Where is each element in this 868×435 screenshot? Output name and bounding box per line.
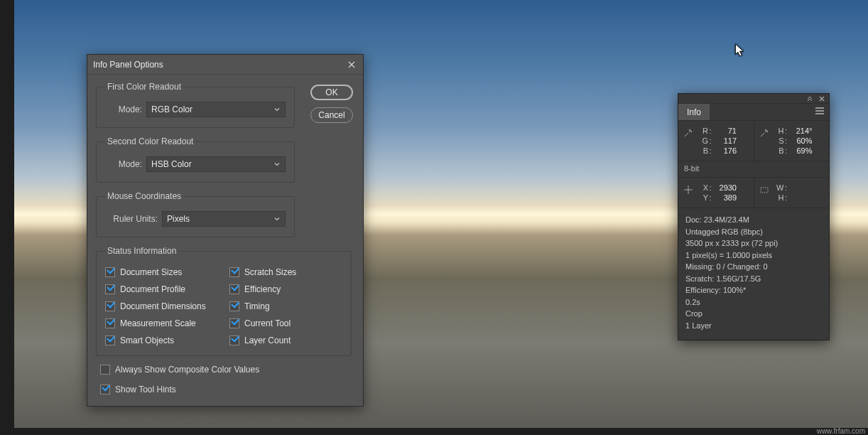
status-checkbox-row: Measurement Scale bbox=[105, 318, 218, 328]
panel-menu-icon[interactable] bbox=[810, 107, 829, 117]
checkbox-label: Document Sizes bbox=[120, 267, 182, 277]
checkbox-label: Current Tool bbox=[244, 318, 291, 328]
status-checkbox[interactable] bbox=[229, 301, 239, 311]
group-legend: Mouse Coordinates bbox=[105, 191, 183, 201]
checkbox-label: Show Tool Hints bbox=[115, 385, 176, 394]
status-checkbox[interactable] bbox=[229, 267, 239, 277]
watermark-text: www.frfam.com bbox=[817, 427, 865, 435]
first-color-readout-group: First Color Readout Mode: RGB Color bbox=[96, 82, 295, 128]
checkbox-label: Document Dimensions bbox=[120, 301, 206, 311]
eyedropper-icon bbox=[759, 127, 770, 155]
chevron-down-icon bbox=[273, 106, 281, 113]
crosshair-icon bbox=[683, 183, 694, 202]
status-checkbox-row: Document Dimensions bbox=[105, 301, 218, 311]
svg-rect-0 bbox=[761, 188, 768, 193]
status-checkbox-row: Document Profile bbox=[105, 284, 218, 294]
status-line: Untagged RGB (8bpc) bbox=[685, 226, 822, 238]
info-panel: Info R:71G:117B:176 H:214°S:60%B:69% 8-b… bbox=[678, 93, 830, 340]
group-legend: Status Information bbox=[105, 246, 178, 256]
always-show-checkbox[interactable] bbox=[100, 365, 110, 375]
checkbox-label: Efficiency bbox=[244, 284, 281, 294]
mouse-coordinates-group: Mouse Coordinates Ruler Units: Pixels bbox=[96, 191, 295, 237]
checkbox-label: Measurement Scale bbox=[120, 318, 196, 328]
app-left-bar bbox=[0, 0, 14, 435]
status-checkbox-row: Timing bbox=[229, 301, 342, 311]
status-checkbox-row: Current Tool bbox=[229, 318, 342, 328]
ruler-label: Ruler Units: bbox=[105, 214, 158, 224]
cancel-button[interactable]: Cancel bbox=[310, 107, 353, 123]
group-legend: First Color Readout bbox=[105, 82, 183, 92]
status-checkbox[interactable] bbox=[105, 267, 115, 277]
app-bottom-bar bbox=[0, 428, 868, 435]
status-checkbox-row: Scratch Sizes bbox=[229, 267, 342, 277]
status-checkbox[interactable] bbox=[105, 318, 115, 328]
status-checkbox-row: Efficiency bbox=[229, 284, 342, 294]
status-information-group: Status Information Document SizesScratch… bbox=[96, 246, 352, 356]
bit-depth: 8-bit bbox=[678, 161, 829, 178]
status-line: 1 Layer bbox=[685, 320, 822, 332]
checkbox-label: Document Profile bbox=[120, 284, 185, 294]
status-checkbox[interactable] bbox=[229, 284, 239, 294]
select-value: HSB Color bbox=[151, 159, 192, 169]
checkbox-label: Always Show Composite Color Values bbox=[115, 365, 259, 375]
status-line: Crop bbox=[685, 308, 822, 320]
panel-top-strip[interactable] bbox=[678, 94, 829, 104]
checkbox-label: Smart Objects bbox=[120, 335, 174, 345]
dialog-title: Info Panel Options bbox=[93, 60, 346, 70]
status-line: Efficiency: 100%* bbox=[685, 284, 822, 296]
first-mode-select[interactable]: RGB Color bbox=[146, 102, 286, 117]
show-tool-hints-checkbox-row: Show Tool Hints bbox=[100, 385, 354, 394]
select-value: Pixels bbox=[167, 214, 190, 224]
chevron-down-icon bbox=[273, 215, 281, 222]
status-checkbox-row: Layer Count bbox=[229, 335, 342, 345]
info-status-block: Doc: 23.4M/23.4MUntagged RGB (8bpc)3500 … bbox=[678, 208, 829, 340]
status-checkbox[interactable] bbox=[229, 335, 239, 345]
status-line: 3500 px x 2333 px (72 ppi) bbox=[685, 237, 822, 249]
coord-readouts-row: X:2930Y:389 W:H: bbox=[678, 178, 829, 208]
show-tool-hints-checkbox[interactable] bbox=[100, 385, 110, 394]
select-value: RGB Color bbox=[151, 104, 192, 114]
status-line: Missing: 0 / Changed: 0 bbox=[685, 261, 822, 273]
mode-label: Mode: bbox=[105, 159, 142, 169]
status-line: Scratch: 1.56G/17.5G bbox=[685, 273, 822, 285]
status-line: 1 pixel(s) = 1.0000 pixels bbox=[685, 249, 822, 262]
close-icon[interactable] bbox=[346, 59, 357, 70]
ruler-units-select[interactable]: Pixels bbox=[162, 211, 286, 227]
status-checkbox[interactable] bbox=[229, 318, 239, 328]
checkbox-label: Scratch Sizes bbox=[244, 267, 296, 277]
second-color-readout-group: Second Color Readout Mode: HSB Color bbox=[96, 136, 295, 183]
close-icon[interactable] bbox=[818, 95, 826, 102]
always-show-checkbox-row: Always Show Composite Color Values bbox=[100, 365, 354, 375]
status-line: Doc: 23.4M/23.4M bbox=[685, 214, 822, 226]
mode-label: Mode: bbox=[105, 104, 142, 114]
status-checkbox[interactable] bbox=[105, 335, 115, 345]
ok-button[interactable]: OK bbox=[310, 85, 353, 100]
status-checkbox[interactable] bbox=[105, 301, 115, 311]
info-panel-options-dialog: Info Panel Options OK Cancel First Color… bbox=[87, 54, 364, 407]
checkbox-label: Layer Count bbox=[244, 335, 291, 345]
eyedropper-icon bbox=[683, 127, 694, 155]
status-line: 0.2s bbox=[685, 296, 822, 308]
checkbox-label: Timing bbox=[244, 301, 270, 311]
dimensions-icon bbox=[759, 183, 770, 202]
info-tab[interactable]: Info bbox=[678, 104, 710, 120]
status-checkbox-row: Smart Objects bbox=[105, 335, 218, 345]
status-checkbox[interactable] bbox=[105, 284, 115, 294]
dialog-titlebar[interactable]: Info Panel Options bbox=[87, 55, 363, 75]
status-checkbox-row: Document Sizes bbox=[105, 267, 218, 277]
chevron-down-icon bbox=[273, 161, 281, 168]
collapse-icon[interactable] bbox=[806, 95, 814, 102]
second-mode-select[interactable]: HSB Color bbox=[146, 156, 286, 172]
group-legend: Second Color Readout bbox=[105, 136, 195, 146]
color-readouts-row: R:71G:117B:176 H:214°S:60%B:69% bbox=[678, 121, 829, 161]
